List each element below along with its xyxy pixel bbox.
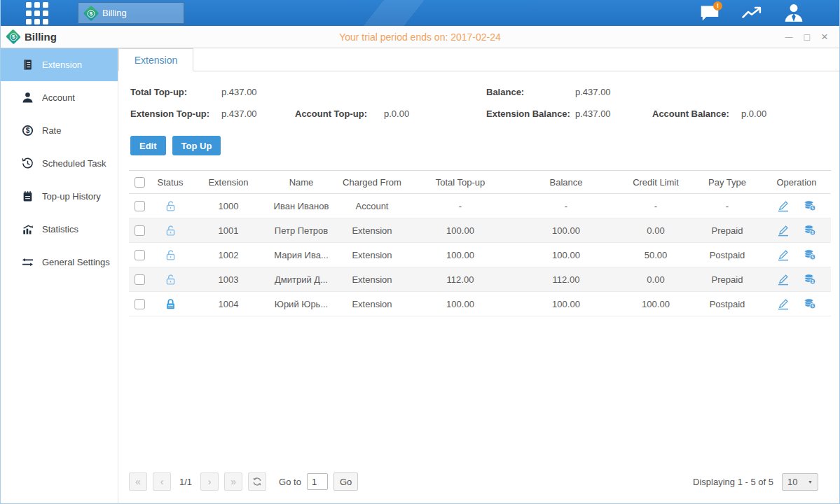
account-topup-value: p.0.00: [384, 108, 409, 119]
row-checkbox[interactable]: [135, 225, 145, 236]
row-checkbox[interactable]: [135, 299, 145, 309]
edit-button[interactable]: Edit: [130, 136, 166, 155]
displaying-text: Displaying 1 - 5 of 5: [693, 477, 773, 487]
credit-limit-cell: 50.00: [619, 243, 692, 267]
edit-pencil-icon[interactable]: [777, 224, 790, 237]
charged-from-cell: Extension: [336, 292, 408, 316]
operation-cell: $: [762, 292, 831, 316]
total-topup-cell: 100.00: [408, 292, 513, 316]
clock-icon: [22, 158, 34, 169]
apps-grid-icon[interactable]: [26, 2, 48, 24]
topbar-tab-label: Billing: [102, 8, 127, 18]
account-balance-value: p.0.00: [741, 108, 766, 119]
topup-coins-icon[interactable]: $: [804, 224, 816, 237]
extension-cell: 1001: [191, 218, 266, 243]
row-checkbox[interactable]: [135, 201, 145, 211]
messages-icon[interactable]: !: [699, 4, 720, 22]
row-checkbox[interactable]: [135, 250, 145, 260]
prev-page-button[interactable]: ‹: [153, 472, 171, 491]
balance-cell: 100.00: [513, 243, 619, 267]
person-icon: [22, 92, 34, 104]
balance-summary: Total Top-up: p.437.00 Balance: p.437.00…: [118, 71, 839, 125]
credit-limit-cell: 0.00: [619, 267, 692, 292]
unlocked-icon[interactable]: [165, 248, 177, 259]
table-row: 1001 Петр Петров Extension 100.00 100.00…: [129, 218, 831, 243]
column-header: Pay Type: [692, 171, 762, 194]
sidebar-item-scheduled-task[interactable]: Scheduled Task: [1, 147, 118, 180]
charged-from-cell: Extension: [336, 243, 408, 267]
transfer-arrows-icon: [22, 256, 34, 268]
operation-cell: $: [762, 194, 831, 218]
unlocked-icon[interactable]: [165, 273, 177, 284]
topup-coins-icon[interactable]: $: [804, 200, 816, 212]
sidebar-item-extension[interactable]: Extension: [1, 48, 118, 81]
table-header-row: StatusExtensionNameCharged FromTotal Top…: [129, 171, 831, 194]
minimize-button[interactable]: —: [785, 33, 793, 41]
name-cell: Дмитрий Д...: [266, 267, 336, 292]
extension-balance-value: p.437.00: [575, 108, 652, 119]
select-all-checkbox[interactable]: [135, 177, 145, 188]
unlocked-icon[interactable]: [165, 200, 177, 210]
chevron-down-icon: ▼: [808, 479, 813, 484]
balance-label: Balance:: [486, 87, 575, 97]
unlocked-icon[interactable]: [165, 224, 177, 234]
page-size-dropdown[interactable]: 10 ▼: [782, 473, 818, 491]
first-page-button[interactable]: «: [129, 472, 147, 491]
next-page-button[interactable]: ›: [200, 472, 219, 491]
edit-pencil-icon[interactable]: [777, 200, 790, 212]
total-topup-label: Total Top-up:: [130, 87, 221, 97]
refresh-button[interactable]: [248, 472, 266, 491]
last-page-button[interactable]: »: [224, 472, 242, 491]
name-cell: Иван Иванов: [266, 194, 336, 218]
edit-pencil-icon[interactable]: [777, 298, 790, 310]
total-topup-value: p.437.00: [221, 87, 257, 97]
titlebar: $ Billing Your trial period ends on: 201…: [1, 26, 839, 48]
operation-cell: $: [762, 218, 831, 243]
row-checkbox[interactable]: [135, 274, 145, 285]
svg-text:$: $: [26, 127, 30, 134]
sidebar-item-general-settings[interactable]: General Settings: [1, 246, 118, 279]
sidebar-item-rate[interactable]: $ Rate: [1, 114, 118, 147]
balance-cell: 100.00: [513, 218, 619, 243]
edit-pencil-icon[interactable]: [777, 248, 790, 261]
name-cell: Петр Петров: [266, 218, 336, 243]
topup-coins-icon[interactable]: $: [804, 248, 816, 261]
maximize-button[interactable]: □: [804, 32, 810, 42]
go-button[interactable]: Go: [333, 472, 358, 491]
total-topup-cell: 112.00: [408, 267, 513, 292]
goto-page-input[interactable]: [307, 473, 328, 490]
charged-from-cell: Account: [336, 194, 408, 218]
table-row: 1002 Мария Ива... Extension 100.00 100.0…: [129, 243, 831, 267]
total-topup-cell: 100.00: [408, 218, 513, 243]
sidebar-item-account[interactable]: Account: [1, 81, 118, 114]
topup-button[interactable]: Top Up: [172, 136, 221, 155]
extension-cell: 1002: [191, 243, 266, 267]
topup-coins-icon[interactable]: $: [804, 298, 816, 310]
tab-extension[interactable]: Extension: [118, 48, 193, 71]
action-buttons: Edit Top Up: [130, 136, 839, 155]
table-row: 1004 Юрий Юрь... Extension 100.00 100.00…: [129, 292, 831, 316]
column-header: Extension: [191, 171, 266, 194]
edit-pencil-icon[interactable]: [777, 273, 790, 286]
column-header: Credit Limit: [619, 171, 692, 194]
balance-cell: -: [513, 194, 619, 218]
credit-limit-cell: -: [619, 194, 692, 218]
extensions-table: StatusExtensionNameCharged FromTotal Top…: [129, 170, 829, 316]
resource-monitor-icon[interactable]: [741, 4, 762, 22]
window-controls: — □ ×: [785, 31, 828, 43]
column-header: Name: [266, 171, 336, 194]
sidebar: Extension Account $ Rate Scheduled Task …: [1, 48, 118, 503]
pay-type-cell: Postpaid: [692, 243, 762, 267]
sidebar-item-statistics[interactable]: Statistics: [1, 213, 118, 246]
dollar-coin-icon: $: [22, 125, 34, 136]
locked-icon[interactable]: [165, 298, 177, 308]
column-header: Charged From: [336, 171, 408, 194]
account-balance-label: Account Balance:: [652, 108, 741, 119]
topbar-billing-tab[interactable]: $ Billing: [78, 2, 184, 24]
sidebar-item-top-up-history[interactable]: Top-up History: [1, 180, 118, 213]
user-account-icon[interactable]: [783, 4, 804, 22]
window-title: $ Billing: [8, 31, 57, 43]
topup-coins-icon[interactable]: $: [804, 273, 816, 286]
column-header: Status: [150, 171, 191, 194]
close-button[interactable]: ×: [821, 31, 828, 43]
